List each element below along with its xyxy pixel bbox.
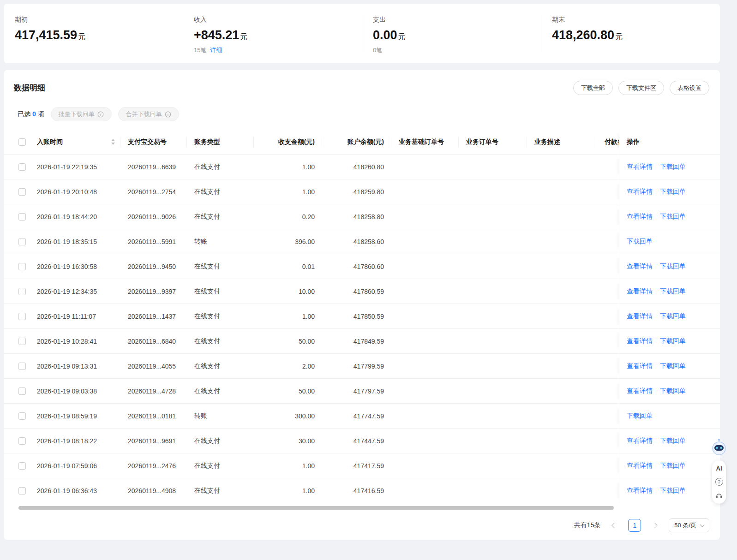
download-all-button[interactable]: 下载全部 bbox=[573, 81, 613, 95]
cell-pay-remark bbox=[597, 329, 619, 353]
cell-biz-desc bbox=[527, 354, 597, 378]
page-size-select[interactable]: 50 条/页 bbox=[669, 518, 709, 532]
cell-biz-base-order bbox=[391, 155, 459, 179]
download-receipt-link[interactable]: 下载回单 bbox=[660, 163, 686, 171]
cell-biz-order bbox=[459, 354, 527, 378]
cell-account-type: 在线支付 bbox=[187, 354, 254, 378]
row-checkbox[interactable] bbox=[18, 213, 26, 220]
view-detail-link[interactable]: 查看详情 bbox=[627, 287, 653, 296]
help-icon[interactable]: ? bbox=[715, 478, 723, 486]
cell-actions: 查看详情下载回单 bbox=[619, 429, 720, 453]
headset-icon[interactable] bbox=[715, 492, 723, 499]
download-receipt-link[interactable]: 下载回单 bbox=[660, 213, 686, 221]
cell-pay-remark bbox=[597, 453, 619, 478]
cell-entry-time: 2026-01-19 10:28:41 bbox=[30, 329, 120, 353]
sort-icon[interactable] bbox=[111, 139, 115, 145]
row-checkbox[interactable] bbox=[18, 462, 26, 470]
view-detail-link[interactable]: 查看详情 bbox=[627, 487, 653, 495]
cell-transaction-no: 20260119...4908 bbox=[120, 478, 187, 503]
row-checkbox[interactable] bbox=[18, 387, 26, 395]
header-account-type: 账务类型 bbox=[187, 130, 254, 154]
ai-entry-button[interactable]: AI bbox=[716, 465, 722, 472]
download-receipt-link[interactable]: 下载回单 bbox=[660, 188, 686, 196]
row-checkbox[interactable] bbox=[18, 437, 26, 445]
cell-biz-base-order bbox=[391, 429, 459, 453]
download-receipt-link[interactable]: 下载回单 bbox=[660, 362, 686, 370]
row-checkbox[interactable] bbox=[18, 363, 26, 370]
cell-biz-order bbox=[459, 329, 527, 353]
download-receipt-link[interactable]: 下载回单 bbox=[660, 462, 686, 470]
view-detail-link[interactable]: 查看详情 bbox=[627, 362, 653, 370]
summary-expense: 支出 0.00元 0笔 bbox=[362, 4, 541, 63]
view-detail-link[interactable]: 查看详情 bbox=[627, 337, 653, 346]
row-checkbox[interactable] bbox=[18, 163, 26, 171]
summary-beginning: 期初 417,415.59元 bbox=[4, 4, 183, 63]
cell-amount: 0.01 bbox=[254, 254, 322, 279]
cell-pay-remark bbox=[597, 354, 619, 378]
view-detail-link[interactable]: 查看详情 bbox=[627, 262, 653, 271]
cell-biz-base-order bbox=[391, 404, 459, 428]
scrollbar-thumb[interactable] bbox=[18, 506, 614, 510]
cell-transaction-no: 20260119...5991 bbox=[120, 229, 187, 254]
view-detail-link[interactable]: 查看详情 bbox=[627, 462, 653, 470]
row-checkbox[interactable] bbox=[18, 188, 26, 196]
download-receipt-link[interactable]: 下载回单 bbox=[660, 312, 686, 321]
cell-amount: 30.00 bbox=[254, 429, 322, 453]
download-receipt-link[interactable]: 下载回单 bbox=[627, 412, 653, 420]
cell-entry-time: 2026-01-19 18:35:15 bbox=[30, 229, 120, 254]
cell-entry-time: 2026-01-19 09:13:31 bbox=[30, 354, 120, 378]
cell-actions: 查看详情下载回单 bbox=[619, 329, 720, 353]
cell-entry-time: 2026-01-19 07:59:06 bbox=[30, 453, 120, 478]
cell-account-type: 在线支付 bbox=[187, 279, 254, 304]
cell-biz-base-order bbox=[391, 179, 459, 204]
income-detail-link[interactable]: 详细 bbox=[210, 46, 222, 54]
summary-ending: 期末 418,260.80元 bbox=[541, 4, 720, 63]
download-receipt-link[interactable]: 下载回单 bbox=[660, 337, 686, 346]
prev-page-button[interactable] bbox=[609, 519, 620, 532]
table-settings-button[interactable]: 表格设置 bbox=[670, 81, 709, 95]
row-checkbox[interactable] bbox=[18, 288, 26, 295]
download-receipt-link[interactable]: 下载回单 bbox=[660, 387, 686, 395]
view-detail-link[interactable]: 查看详情 bbox=[627, 387, 653, 395]
income-value: +845.21元 bbox=[194, 28, 362, 42]
row-checkbox[interactable] bbox=[18, 338, 26, 345]
download-receipt-link[interactable]: 下载回单 bbox=[660, 262, 686, 271]
ai-robot-icon[interactable] bbox=[711, 438, 727, 457]
row-checkbox[interactable] bbox=[18, 412, 26, 420]
cell-account-type: 在线支付 bbox=[187, 429, 254, 453]
cell-biz-base-order bbox=[391, 204, 459, 229]
download-receipt-link[interactable]: 下载回单 bbox=[660, 437, 686, 445]
cell-transaction-no: 20260119...6840 bbox=[120, 329, 187, 353]
row-checkbox[interactable] bbox=[18, 487, 26, 494]
download-receipt-link[interactable]: 下载回单 bbox=[660, 487, 686, 495]
merge-download-receipt-button[interactable]: 合并下载回单 bbox=[118, 107, 179, 121]
view-detail-link[interactable]: 查看详情 bbox=[627, 213, 653, 221]
cell-amount: 396.00 bbox=[254, 229, 322, 254]
table-row: 2026-01-19 08:18:22 20260119...9691 在线支付… bbox=[4, 429, 720, 453]
row-checkbox[interactable] bbox=[18, 263, 26, 270]
horizontal-scrollbar[interactable] bbox=[18, 506, 614, 510]
view-detail-link[interactable]: 查看详情 bbox=[627, 163, 653, 171]
floating-assistant: AI ? bbox=[711, 438, 727, 504]
batch-download-receipt-button[interactable]: 批量下载回单 bbox=[51, 107, 112, 121]
select-all-checkbox[interactable] bbox=[18, 138, 26, 146]
download-receipt-link[interactable]: 下载回单 bbox=[627, 238, 653, 246]
row-checkbox[interactable] bbox=[18, 313, 26, 320]
cell-balance: 418258.80 bbox=[322, 204, 391, 229]
row-checkbox[interactable] bbox=[18, 238, 26, 245]
header-amount: 收支金额(元) bbox=[254, 130, 322, 154]
header-entry-time[interactable]: 入账时间 bbox=[30, 130, 120, 154]
next-page-button[interactable] bbox=[649, 519, 660, 532]
page-number-button[interactable]: 1 bbox=[628, 519, 641, 532]
cell-biz-desc bbox=[527, 329, 597, 353]
cell-biz-order bbox=[459, 279, 527, 304]
view-detail-link[interactable]: 查看详情 bbox=[627, 437, 653, 445]
cell-biz-order bbox=[459, 229, 527, 254]
view-detail-link[interactable]: 查看详情 bbox=[627, 312, 653, 321]
cell-transaction-no: 20260119...9691 bbox=[120, 429, 187, 453]
table-row: 2026-01-19 16:30:58 20260119...9450 在线支付… bbox=[4, 254, 720, 279]
download-file-zone-button[interactable]: 下载文件区 bbox=[618, 81, 664, 95]
download-receipt-link[interactable]: 下载回单 bbox=[660, 287, 686, 296]
table-header-row: 入账时间 支付宝交易号 账务类型 收支金额(元) 账户余额(元) 业务基础订单号… bbox=[4, 130, 720, 155]
view-detail-link[interactable]: 查看详情 bbox=[627, 188, 653, 196]
